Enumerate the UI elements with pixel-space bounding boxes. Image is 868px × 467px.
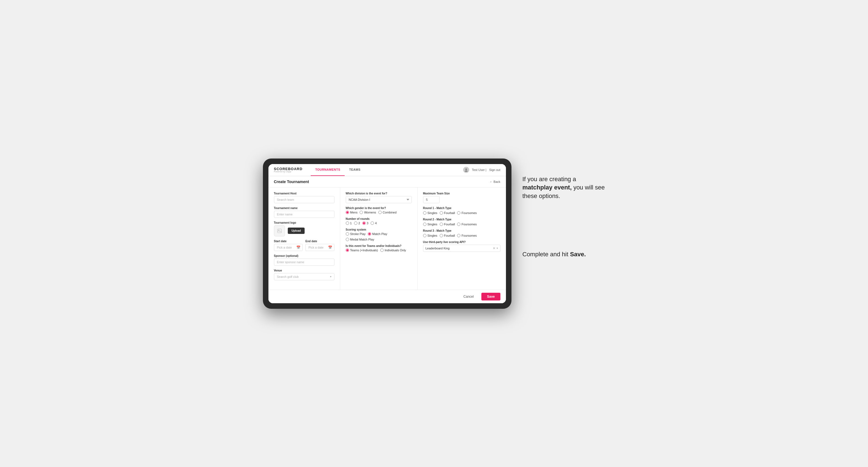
round-2[interactable]: 2 xyxy=(354,221,360,225)
logo-title: SCOREBOARD xyxy=(274,167,303,171)
venue-select[interactable]: Search golf club ▾ xyxy=(274,273,335,280)
venue-placeholder: Search golf club xyxy=(277,275,299,278)
tournament-host-input[interactable] xyxy=(274,196,335,203)
tournament-name-input[interactable] xyxy=(274,211,335,218)
max-team-size-input[interactable] xyxy=(423,196,440,203)
annotation-top: If you are creating a matchplay event, y… xyxy=(523,175,606,200)
nav-tabs: TOURNAMENTS TEAMS xyxy=(311,164,463,176)
end-date-wrapper: 📅 xyxy=(305,244,335,251)
rounds-group: Number of rounds 1 2 xyxy=(346,217,412,225)
back-link[interactable]: ← Back xyxy=(490,180,500,183)
round1-label: Round 1 - Match Type xyxy=(423,207,500,210)
api-tag-value: Leaderboard King xyxy=(426,247,450,250)
tab-tournaments[interactable]: TOURNAMENTS xyxy=(311,164,345,176)
tournament-name-label: Tournament name xyxy=(274,207,335,210)
annotations: If you are creating a matchplay event, y… xyxy=(523,158,606,259)
round3-section: Round 3 - Match Type Singles Fourball xyxy=(423,229,500,237)
save-button[interactable]: Save xyxy=(482,293,500,301)
signout-link[interactable]: Sign out xyxy=(489,168,500,172)
start-date-label: Start date xyxy=(274,240,303,243)
round3-foursomes[interactable]: Foursomes xyxy=(457,234,477,237)
gender-combined[interactable]: Combined xyxy=(378,211,397,214)
scoring-label: Scoring system xyxy=(346,228,412,231)
form-column-right: Maximum Team Size Round 1 - Match Type S… xyxy=(417,188,506,290)
gender-label: Which gender is the event for? xyxy=(346,207,412,210)
venue-chevron-icon: ▾ xyxy=(330,275,332,278)
tournament-host-group: Tournament Host xyxy=(274,192,335,203)
round2-fourball[interactable]: Fourball xyxy=(440,223,455,226)
teams-individuals[interactable]: Individuals Only xyxy=(380,249,406,252)
calendar-icon-end: 📅 xyxy=(328,246,332,249)
form-wrapper: Tournament Host Tournament name Tourname… xyxy=(269,188,506,290)
api-label: Use third-party live scoring API? xyxy=(423,241,500,244)
gender-womens[interactable]: Womens xyxy=(360,211,376,214)
round1-section: Round 1 - Match Type Singles Fourball xyxy=(423,207,500,215)
round3-label: Round 3 - Match Type xyxy=(423,229,500,232)
cancel-button[interactable]: Cancel xyxy=(459,293,478,301)
gender-mens[interactable]: Mens xyxy=(346,211,358,214)
max-team-size-label: Maximum Team Size xyxy=(423,192,500,195)
sponsor-input[interactable] xyxy=(274,258,335,266)
division-select[interactable]: NCAA Division I xyxy=(346,196,412,203)
venue-group: Venue Search golf club ▾ xyxy=(274,269,335,280)
gender-radio-group: Mens Womens Combined xyxy=(346,211,412,214)
api-remove-icon[interactable]: ✕ xyxy=(493,246,495,250)
round-1[interactable]: 1 xyxy=(346,221,352,225)
scoring-medal[interactable]: Medal Match Play xyxy=(346,238,374,241)
main-content: Create Tournament ← Back Tournament Host… xyxy=(269,176,506,303)
round2-section: Round 2 - Match Type Singles Fourball xyxy=(423,218,500,226)
logo-upload-area: Upload xyxy=(274,225,335,237)
round2-foursomes[interactable]: Foursomes xyxy=(457,223,477,226)
venue-label: Venue xyxy=(274,269,335,272)
round2-radio-group: Singles Fourball Foursomes xyxy=(423,223,500,226)
round1-foursomes[interactable]: Foursomes xyxy=(457,211,477,215)
api-chevron-icon: ▾ xyxy=(497,247,498,250)
teams-label: Is this event for Teams and/or Individua… xyxy=(346,244,412,247)
round3-radio-group: Singles Fourball Foursomes xyxy=(423,234,500,237)
rounds-label: Number of rounds xyxy=(346,217,412,220)
end-date-label: End date xyxy=(305,240,335,243)
scoring-match[interactable]: Match Play xyxy=(368,232,387,236)
annotation-bottom-text: Complete and hit Save. xyxy=(523,250,606,259)
api-select-tag[interactable]: Leaderboard King ✕ ▾ xyxy=(423,245,500,252)
form-column-left: Tournament Host Tournament name Tourname… xyxy=(269,188,340,290)
round3-fourball[interactable]: Fourball xyxy=(440,234,455,237)
date-row: Start date 📅 End date 📅 xyxy=(274,240,335,251)
nav-right: Test User | Sign out xyxy=(463,167,500,173)
round1-singles[interactable]: Singles xyxy=(423,211,437,215)
tournament-host-label: Tournament Host xyxy=(274,192,335,195)
gender-group: Which gender is the event for? Mens Wome… xyxy=(346,207,412,214)
round-4[interactable]: 4 xyxy=(371,221,377,225)
calendar-icon: 📅 xyxy=(296,246,301,249)
scoring-radio-group: Stroke Play Match Play Medal Match Play xyxy=(346,232,412,241)
tournament-logo-label: Tournament logo xyxy=(274,221,335,224)
logo-placeholder xyxy=(274,225,285,237)
outer-wrapper: SCOREBOARD Powered by clippi TOURNAMENTS… xyxy=(241,158,627,309)
form-footer: Cancel Save xyxy=(269,290,506,303)
page-title: Create Tournament xyxy=(274,180,309,184)
teams-radio-group: Teams (+Individuals) Individuals Only xyxy=(346,249,412,252)
round1-fourball[interactable]: Fourball xyxy=(440,211,455,215)
max-team-size-group: Maximum Team Size xyxy=(423,192,500,203)
tab-teams[interactable]: TEAMS xyxy=(345,164,365,176)
form-column-middle: Which division is the event for? NCAA Di… xyxy=(340,188,417,290)
division-label: Which division is the event for? xyxy=(346,192,412,195)
round2-singles[interactable]: Singles xyxy=(423,223,437,226)
round-3[interactable]: 3 xyxy=(362,221,368,225)
start-date-col: Start date 📅 xyxy=(274,240,303,251)
svg-point-1 xyxy=(465,170,468,172)
page-header: Create Tournament ← Back xyxy=(269,176,506,188)
nav-logo: SCOREBOARD Powered by clippi xyxy=(274,167,303,173)
sponsor-group: Sponsor (optional) xyxy=(274,254,335,266)
round2-label: Round 2 - Match Type xyxy=(423,218,500,221)
start-date-wrapper: 📅 xyxy=(274,244,303,251)
tournament-name-group: Tournament name xyxy=(274,207,335,218)
scoring-stroke[interactable]: Stroke Play xyxy=(346,232,366,236)
logo-sub: Powered by clippi xyxy=(274,171,303,173)
tablet-device: SCOREBOARD Powered by clippi TOURNAMENTS… xyxy=(263,158,512,309)
round3-singles[interactable]: Singles xyxy=(423,234,437,237)
end-date-col: End date 📅 xyxy=(305,240,335,251)
annotation-bottom: Complete and hit Save. xyxy=(523,250,606,259)
teams-both[interactable]: Teams (+Individuals) xyxy=(346,249,378,252)
upload-button[interactable]: Upload xyxy=(288,227,305,234)
